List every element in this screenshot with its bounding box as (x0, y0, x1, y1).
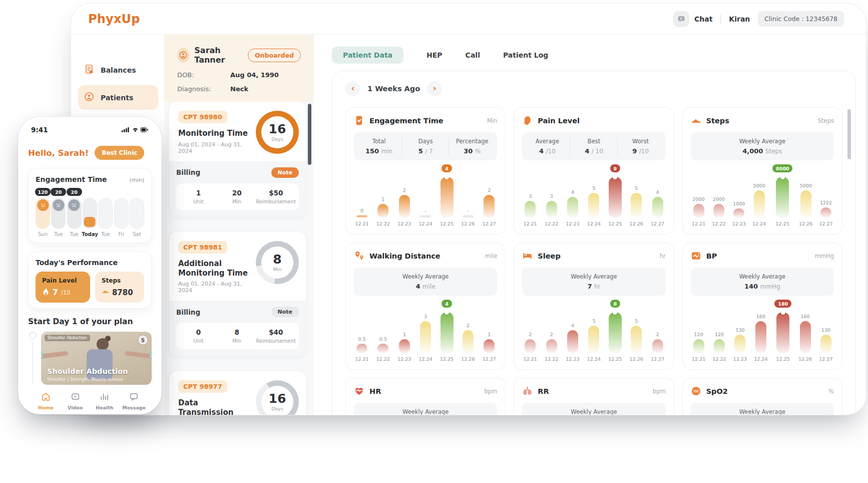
weekly-average-label: Weekly Average (695, 408, 830, 415)
nav-item-home[interactable]: Home (31, 392, 61, 410)
panel-scrollbar[interactable] (847, 109, 851, 159)
billing-col: $40Reimbursement (256, 328, 296, 344)
billing-value: 8 (218, 328, 256, 336)
stat-suffix: / 10 (592, 148, 603, 155)
greeting-text: Hello, Sarah! (28, 148, 89, 158)
cpt-card[interactable]: CPT 98977Data TransmissionAug 04, 2024 -… (169, 371, 306, 415)
app-logo[interactable]: PhyxUp (88, 12, 140, 26)
chart-stats: Weekly Average (354, 403, 497, 415)
cpt-card[interactable]: CPT 98981Additional Monitoring TimeAug 0… (169, 232, 306, 357)
bar-12.22: 12012.22 (712, 299, 726, 362)
tablet-check-icon (354, 115, 364, 126)
bar-x-label: 12.25 (440, 221, 454, 226)
exercise-video-card[interactable]: Shoulder Abduction 5 Shoulder Abduction … (41, 332, 152, 385)
tab-patient-data[interactable]: Patient Data (332, 47, 403, 64)
day-pill (83, 198, 97, 229)
bar-x-label: 12.27 (651, 356, 664, 362)
bar (800, 321, 811, 353)
day-fri: Fri (114, 188, 129, 237)
bar (776, 312, 789, 353)
sidebar-item-balances[interactable]: Balances (78, 58, 158, 82)
bar-value-label: 0 (360, 208, 363, 213)
bar-12.23: 112.23 (397, 299, 411, 362)
chart-title: BP (706, 252, 717, 260)
bar-x-label: 12.21 (692, 221, 705, 226)
exercise-checkbox[interactable] (29, 332, 37, 339)
bar-x-label: 12.22 (545, 221, 558, 226)
next-week-button[interactable]: › (427, 81, 442, 96)
bar-x-label: 12.21 (355, 356, 368, 362)
bar (588, 326, 599, 353)
steps-card[interactable]: Steps 8780 (95, 272, 144, 303)
bar-value-label: 1 (381, 196, 384, 202)
billing-col-label: Unit (179, 199, 218, 204)
chart-stats: Weekly Average7 hr (522, 268, 665, 296)
day-pill (130, 198, 144, 229)
cpt-card-top: CPT 98977Data TransmissionAug 04, 2024 -… (169, 371, 306, 415)
tab-call[interactable]: Call (466, 47, 480, 64)
clinic-code-badge: Clinic Code : 12345678 (758, 11, 844, 27)
note-button[interactable]: Note (271, 307, 299, 317)
bar-value-label: 4 (571, 323, 574, 328)
bar-value-label: 2000 (713, 196, 725, 202)
bar-x-label: 12.22 (545, 356, 558, 362)
bar-value-label: 4 (656, 189, 659, 195)
bar-12.23: 412.23 (566, 299, 580, 362)
billing-value: 0 (179, 328, 218, 336)
bar-x-label: 12.25 (776, 221, 789, 226)
nav-item-video[interactable]: Video (61, 392, 90, 410)
tab-hep[interactable]: HEP (426, 47, 443, 64)
header-divider (720, 14, 721, 24)
pain-level-card[interactable]: Pain Level 7 /10 (36, 272, 90, 303)
bar-value-label: 1000 (733, 201, 745, 206)
cpt-code-badge: CPT 98980 (178, 111, 227, 123)
bar-x-label: 12.26 (799, 221, 812, 226)
cpt-scrollbar[interactable] (308, 104, 311, 165)
bar-value-label: 5 (635, 318, 638, 324)
happy-face-icon (37, 199, 49, 211)
cpt-card[interactable]: CPT 98980Monitoring TimeAug 01, 2024 - A… (169, 102, 306, 217)
chart-header: RRbpm (522, 386, 665, 396)
bar-x-label: 12.22 (712, 356, 726, 362)
weekly-average-label: Weekly Average (526, 408, 661, 415)
chat-icon (673, 11, 689, 27)
bar-12.24: -12.24 (418, 163, 432, 226)
bar-chart: 012.21112.22212.23-12.24412.25-12.26212.… (354, 163, 497, 226)
main-content: Patient DataHEPCallPatient Log ‹ 1 Weeks… (314, 35, 866, 415)
shoe-icon (691, 115, 701, 126)
bar-x-label: 12.23 (732, 221, 746, 226)
nav-item-health[interactable]: Health (90, 392, 120, 410)
steps-label: Steps (102, 277, 138, 284)
day-tue: Tue (98, 188, 113, 237)
cpt-info: CPT 98980Monitoring TimeAug 01, 2024 - A… (178, 111, 252, 154)
bar (820, 335, 831, 353)
note-button[interactable]: Note (271, 167, 299, 178)
bar-value-label: 1222 (820, 200, 832, 205)
user-name[interactable]: Kiran (729, 15, 750, 23)
bar-x-label: 12.27 (819, 356, 832, 362)
sidebar-item-patients[interactable]: Patients (78, 85, 158, 110)
highlight-badge: 180 (774, 300, 791, 308)
tab-patient-log[interactable]: Patient Log (503, 47, 548, 64)
video-count-badge: 5 (138, 335, 148, 345)
chat-button[interactable]: Chat (673, 11, 712, 27)
steps-value: 8780 (112, 288, 133, 297)
day-label: Sun (38, 231, 48, 237)
bar-12.24: 500012.24 (752, 163, 766, 226)
minutes-chip: 120 (35, 188, 51, 196)
bar (755, 321, 766, 353)
prev-week-button[interactable]: ‹ (345, 81, 360, 96)
bar-12.26: 512.26 (629, 163, 643, 226)
chart-unit-label: % (828, 388, 834, 395)
day-label: Tue (54, 231, 63, 237)
bar (714, 339, 725, 353)
bar-x-label: 12.22 (376, 356, 390, 362)
nav-item-message[interactable]: Message (119, 392, 149, 410)
bar (356, 344, 367, 353)
clinic-name-badge: Best Clinic (95, 146, 144, 160)
patient-avatar (177, 48, 189, 63)
bar-x-label: 12.25 (440, 356, 454, 362)
cpt-list: CPT 98980Monitoring TimeAug 01, 2024 - A… (164, 102, 314, 415)
message-icon (129, 392, 139, 403)
day-sun: 120Sun (36, 188, 50, 237)
